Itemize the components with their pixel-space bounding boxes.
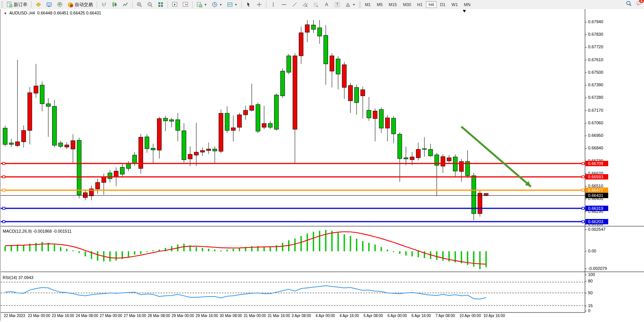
candlestick-button[interactable]	[110, 0, 120, 9]
level-anchor[interactable]	[3, 189, 5, 191]
time-axis-label: 23 Mar 00:00	[28, 314, 50, 318]
candle	[108, 173, 112, 179]
timeframe-grip[interactable]	[359, 2, 361, 8]
rsi-axis-label: 0	[588, 308, 590, 313]
timeframe-button-h4[interactable]: H4	[426, 1, 437, 8]
trendline-button[interactable]	[290, 0, 300, 9]
signals-button[interactable]	[55, 0, 65, 9]
vline-button[interactable]	[268, 0, 278, 9]
candle	[373, 111, 377, 119]
search-icon[interactable]	[626, 0, 632, 8]
price-level-chip-label: 0.66593	[588, 174, 603, 179]
level-anchor[interactable]	[3, 207, 5, 209]
crosshair-button[interactable]	[254, 0, 264, 9]
candle	[354, 87, 359, 103]
candle	[200, 151, 204, 152]
line-chart-button[interactable]	[120, 0, 130, 9]
candle	[213, 149, 217, 151]
zoom-out-button[interactable]	[145, 0, 155, 9]
cursor-button[interactable]	[244, 0, 253, 9]
candle	[262, 124, 266, 127]
candle	[9, 143, 13, 144]
indicators-button[interactable]: ▼	[194, 0, 209, 9]
timeframe-button-mn[interactable]: MN	[461, 1, 473, 8]
hline-button[interactable]	[279, 0, 289, 9]
candle	[132, 155, 137, 163]
time-axis-label: 7 Apr 08:00	[435, 314, 455, 318]
price-tick-label: 0.67060	[588, 121, 603, 125]
chart-collapse-icon[interactable]: ▼	[4, 12, 7, 15]
candle	[379, 109, 383, 128]
toolbar-separator	[167, 1, 168, 8]
candle	[324, 35, 328, 64]
toolbar-separator	[241, 1, 242, 8]
periods-button[interactable]: ▼	[210, 0, 224, 9]
level-anchor[interactable]	[582, 176, 584, 178]
candle	[256, 105, 260, 131]
time-axis-label: 31 Mar 16:00	[268, 314, 290, 318]
terminal-button[interactable]	[44, 0, 54, 9]
candle	[77, 140, 81, 195]
chart-window[interactable]: 0.679400.678300.677200.676100.675000.673…	[0, 9, 644, 321]
candle	[410, 157, 414, 160]
time-axis-label: 4 Apr 00:00	[316, 314, 335, 318]
level-anchor[interactable]	[3, 220, 5, 223]
auto-trading-button[interactable]: 自动交易	[65, 0, 95, 9]
level-anchor[interactable]	[582, 162, 584, 165]
timeframe-button-m15[interactable]: M15	[386, 1, 399, 8]
price-level-chip-label: 0.66431	[588, 193, 603, 198]
timeframe-button-w1[interactable]: W1	[449, 1, 461, 8]
candle	[22, 130, 26, 142]
candle	[404, 158, 408, 159]
auto-scroll-button[interactable]	[170, 0, 180, 9]
level-anchor[interactable]	[582, 189, 584, 191]
chevron-down-icon: ▼	[352, 3, 355, 6]
market-depth-button[interactable]	[33, 0, 43, 9]
candle	[238, 115, 242, 127]
candle	[34, 86, 38, 93]
timeframe-toolbar: M1M5M15M30H1H4D1W1MN	[362, 1, 473, 8]
toolbar-grip[interactable]	[1, 2, 3, 8]
time-axis-label: 6 Apr 16:00	[411, 314, 431, 318]
channel-button[interactable]: E	[300, 0, 310, 9]
chat-icon[interactable]: 1	[636, 0, 642, 8]
new-order-button[interactable]: 新订单	[5, 0, 29, 9]
candle	[40, 85, 44, 104]
text-button[interactable]: A	[322, 0, 332, 9]
candle	[126, 163, 131, 168]
level-anchor[interactable]	[582, 207, 584, 209]
label-button[interactable]: T	[332, 0, 342, 9]
candle	[53, 106, 57, 145]
candle	[28, 93, 32, 130]
level-anchor[interactable]	[582, 220, 584, 223]
candle	[145, 137, 149, 149]
candle	[231, 128, 235, 130]
rsi-axis-label: 15	[588, 303, 593, 308]
chevron-down-icon: ▼	[234, 3, 238, 6]
timeframe-button-m1[interactable]: M1	[362, 1, 373, 8]
templates-button[interactable]: ▼	[225, 0, 239, 9]
zoom-in-button[interactable]	[134, 0, 144, 9]
timeframe-button-d1[interactable]: D1	[437, 1, 448, 8]
time-axis-label: 29 Mar 16:00	[196, 314, 218, 318]
svg-text:A: A	[325, 2, 328, 7]
chart-shift-button[interactable]	[180, 0, 190, 9]
candle	[250, 106, 254, 110]
time-axis-label: 4 Apr 16:00	[340, 314, 359, 318]
arrows-button[interactable]: ▼	[343, 0, 357, 9]
ohlc-open: 0.66448	[37, 11, 53, 15]
timeframe-button-m30[interactable]: M30	[400, 1, 414, 8]
chart-shift-marker[interactable]	[463, 10, 466, 13]
chart-canvas[interactable]: 0.679400.678300.677200.676100.675000.673…	[1, 9, 644, 321]
price-tick-label: 0.67610	[588, 57, 603, 62]
level-anchor[interactable]	[3, 162, 5, 165]
time-axis-label: 10 Apr 16:00	[483, 314, 505, 318]
timeframe-button-m5[interactable]: M5	[374, 1, 385, 8]
candle	[330, 56, 334, 71]
tile-windows-button[interactable]	[156, 0, 166, 9]
timeframe-button-h1[interactable]: H1	[414, 1, 425, 8]
bar-chart-button[interactable]	[99, 0, 109, 9]
fibonacci-button[interactable]: F	[311, 0, 321, 9]
notification-badge: 1	[639, 0, 644, 3]
level-anchor[interactable]	[3, 176, 5, 178]
